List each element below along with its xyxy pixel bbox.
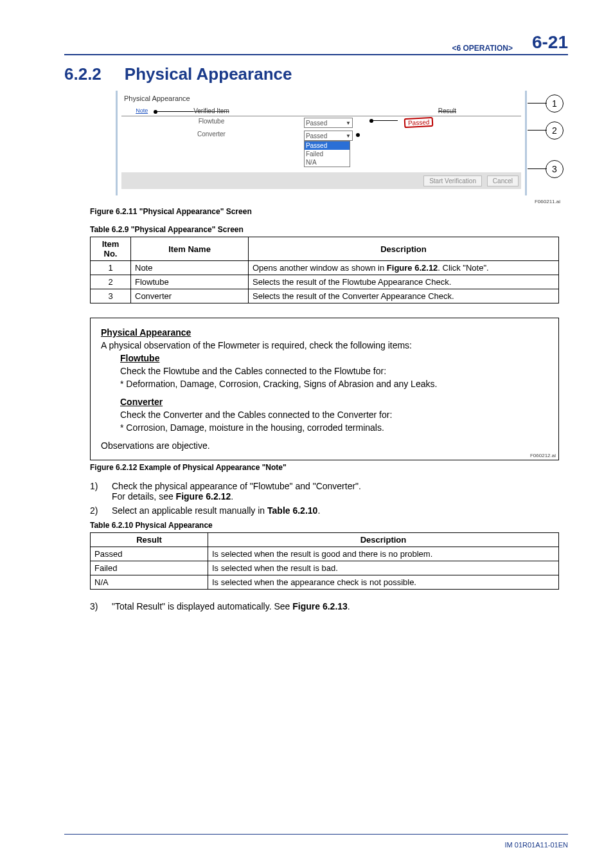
page-header: <6 OPERATION> 6-21: [64, 32, 568, 55]
result-badge: Passed: [404, 117, 433, 128]
figure-caption-2: Figure 6.2.12 Example of Physical Appear…: [90, 463, 568, 472]
note-link[interactable]: Note: [136, 107, 148, 114]
th-description: Description: [249, 237, 559, 261]
note-conv-heading: Converter: [120, 397, 163, 407]
note-intro: A physical observation of the Flowmeter …: [101, 340, 548, 350]
text-bold: Table 6.2.10: [267, 505, 317, 516]
text-bold: Figure 6.2.12: [176, 491, 231, 502]
combo-value: Passed: [306, 120, 327, 127]
text-bold: Figure 6.2.12: [387, 263, 438, 273]
document-id: IM 01R01A11-01EN: [505, 841, 568, 849]
cell: N/A: [91, 575, 208, 590]
converter-result-combo[interactable]: Passed ▼: [304, 131, 353, 141]
section-title: Physical Appearance: [125, 64, 292, 84]
note-conv-line2: * Corrosion, Damage, moisture in the hou…: [120, 422, 548, 433]
cell: 3: [91, 289, 131, 303]
cell: Is selected when the result is good and …: [208, 547, 559, 561]
footer-rule: [64, 834, 568, 835]
text: "Total Result" is displayed automaticall…: [112, 601, 292, 611]
cell: Flowtube: [131, 275, 249, 289]
note-flow-heading: Flowtube: [120, 353, 159, 363]
col-result: Result: [438, 107, 456, 114]
section-heading: 6.2.2 Physical Appearance: [64, 64, 568, 84]
text: .: [231, 491, 233, 502]
figure-file-tag: F060212.ai: [530, 453, 556, 458]
table-6-2-9: Item No. Item Name Description 1 Note Op…: [90, 237, 559, 303]
screenshot-table: Note Verified Item Result Flowtube Passe…: [121, 106, 521, 168]
table-row: 3 Converter Selects the result of the Co…: [91, 289, 559, 303]
screenshot-panel: Physical Appearance Note Verified Item R…: [116, 91, 527, 195]
text: Opens another window as shown in: [253, 263, 387, 273]
step-3: 3) "Total Result" is displayed automatic…: [90, 601, 568, 611]
cell: Selects the result of the Converter Appe…: [249, 289, 559, 303]
figure-file-tag: F060211.ai: [535, 199, 560, 204]
cell: 2: [91, 275, 131, 289]
cell: Failed: [91, 561, 208, 575]
flowtube-result-combo[interactable]: Passed ▼: [304, 118, 353, 128]
section-path: <6 OPERATION>: [452, 44, 512, 53]
row-flowtube-label: Flowtube: [121, 116, 301, 130]
page-number: 6-21: [532, 32, 568, 53]
table-caption-2: Table 6.2.10 Physical Appearance: [90, 521, 568, 530]
th-description: Description: [208, 533, 559, 547]
cancel-button[interactable]: Cancel: [487, 176, 519, 186]
table-row: Failed Is selected when the result is ba…: [91, 561, 559, 575]
text: Select an applicable result manually in: [112, 505, 267, 516]
cell: Opens another window as shown in Figure …: [249, 261, 559, 275]
text: For details, see: [112, 491, 176, 502]
step-number: 2): [90, 505, 103, 516]
panel-title: Physical Appearance: [124, 95, 521, 102]
note-box: Physical Appearance A physical observati…: [90, 318, 559, 460]
note-observation: Observations are objective.: [101, 440, 548, 451]
th-item-no: Item No.: [91, 237, 131, 261]
cell: Passed: [91, 547, 208, 561]
screenshot-button-bar: Start Verification Cancel: [121, 172, 521, 189]
cell: Note: [131, 261, 249, 275]
step-2: 2) Select an applicable result manually …: [90, 505, 568, 516]
note-flow-line2: * Deformation, Damage, Corrosion, Cracki…: [120, 379, 548, 389]
figure-caption-1: Figure 6.2.11 "Physical Appearance" Scre…: [90, 207, 568, 216]
cell: Selects the result of the Flowtube Appea…: [249, 275, 559, 289]
cell: Converter: [131, 289, 249, 303]
text: .: [317, 505, 320, 516]
callout-3: 3: [546, 160, 564, 178]
col-verified-item: Verified Item: [193, 107, 229, 114]
table-row: 2 Flowtube Selects the result of the Flo…: [91, 275, 559, 289]
table-row: 1 Note Opens another window as shown in …: [91, 261, 559, 275]
cell: Is selected when the appearance check is…: [208, 575, 559, 590]
chevron-down-icon: ▼: [346, 120, 351, 126]
note-flow-line1: Check the Flowtube and the Cables connec…: [120, 366, 548, 376]
table-6-2-10: Result Description Passed Is selected wh…: [90, 532, 559, 590]
section-number: 6.2.2: [64, 64, 102, 84]
dropdown-option[interactable]: Failed: [305, 150, 350, 158]
step-number: 3): [90, 601, 103, 611]
cell: Is selected when the result is bad.: [208, 561, 559, 575]
step-number: 1): [90, 481, 103, 502]
text: . Click "Note".: [438, 263, 488, 273]
cell: 1: [91, 261, 131, 275]
callout-1: 1: [546, 95, 564, 113]
chevron-down-icon: ▼: [346, 133, 351, 139]
table-caption-1: Table 6.2.9 "Physical Appearance" Screen: [90, 225, 568, 234]
converter-dropdown-list[interactable]: Passed Failed N/A: [304, 141, 350, 167]
table-row: Passed Is selected when the result is go…: [91, 547, 559, 561]
start-verification-button[interactable]: Start Verification: [423, 176, 482, 186]
step-1: 1) Check the physical appearance of "Flo…: [90, 481, 568, 502]
th-result: Result: [91, 533, 208, 547]
th-item-name: Item Name: [131, 237, 249, 261]
table-row: N/A Is selected when the appearance chec…: [91, 575, 559, 590]
callout-2: 2: [546, 122, 564, 140]
text: .: [348, 601, 350, 611]
text-bold: Figure 6.2.13: [292, 601, 348, 611]
text: Check the physical appearance of "Flowtu…: [112, 481, 361, 491]
dropdown-option[interactable]: Passed: [305, 141, 350, 150]
note-conv-line1: Check the Converter and the Cables conne…: [120, 410, 548, 420]
combo-value: Passed: [306, 132, 327, 140]
row-converter-label: Converter: [121, 129, 301, 168]
dropdown-option[interactable]: N/A: [305, 158, 350, 167]
note-title: Physical Appearance: [101, 327, 191, 338]
